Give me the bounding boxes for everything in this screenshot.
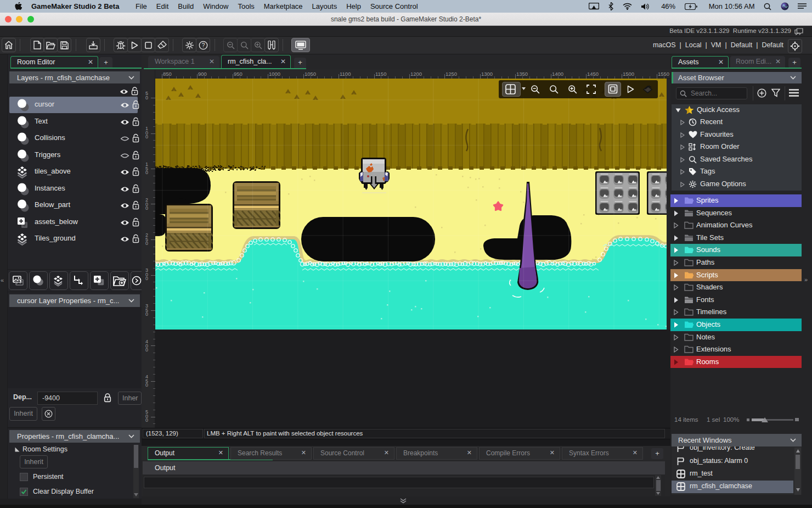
svg-text:?: ? xyxy=(201,42,205,48)
